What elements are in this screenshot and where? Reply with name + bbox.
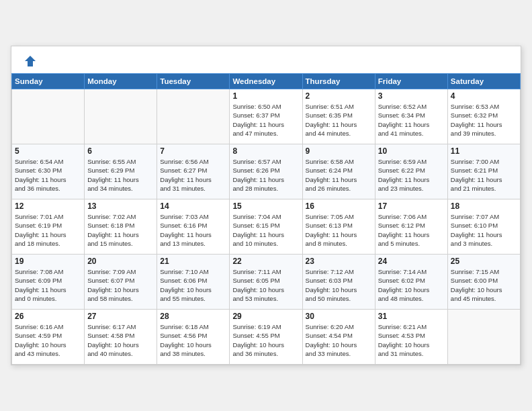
day-number: 7 (160, 146, 226, 156)
calendar-cell: 26Sunrise: 6:16 AMSunset: 4:59 PMDayligh… (12, 310, 85, 365)
weekday-header: Friday (375, 74, 447, 89)
day-info: Sunrise: 7:05 AMSunset: 6:13 PMDaylight:… (306, 212, 372, 248)
day-info: Sunrise: 6:18 AMSunset: 4:56 PMDaylight:… (160, 322, 226, 358)
calendar-cell: 23Sunrise: 7:12 AMSunset: 6:03 PMDayligh… (302, 255, 375, 310)
calendar-cell: 27Sunrise: 6:17 AMSunset: 4:58 PMDayligh… (85, 310, 157, 365)
day-info: Sunrise: 6:57 AMSunset: 6:26 PMDaylight:… (232, 157, 299, 193)
calendar: SundayMondayTuesdayWednesdayThursdayFrid… (11, 46, 521, 365)
day-info: Sunrise: 6:54 AMSunset: 6:30 PMDaylight:… (15, 157, 81, 193)
day-number: 27 (87, 312, 154, 321)
day-number: 4 (451, 91, 517, 101)
day-info: Sunrise: 6:50 AMSunset: 6:37 PMDaylight:… (232, 102, 299, 138)
calendar-week-row: 1Sunrise: 6:50 AMSunset: 6:37 PMDaylight… (12, 89, 521, 144)
day-number: 10 (378, 146, 445, 156)
weekday-header: Tuesday (157, 74, 230, 89)
day-info: Sunrise: 6:20 AMSunset: 4:54 PMDaylight:… (306, 322, 372, 358)
calendar-cell: 2Sunrise: 6:51 AMSunset: 6:35 PMDaylight… (302, 89, 375, 144)
day-number: 13 (87, 201, 154, 211)
day-number: 12 (15, 201, 81, 211)
calendar-cell: 28Sunrise: 6:18 AMSunset: 4:56 PMDayligh… (157, 310, 230, 365)
day-number: 25 (451, 257, 517, 266)
day-info: Sunrise: 7:15 AMSunset: 6:00 PMDaylight:… (451, 267, 517, 303)
day-number: 20 (87, 257, 154, 266)
calendar-cell: 13Sunrise: 7:02 AMSunset: 6:18 PMDayligh… (85, 199, 157, 255)
calendar-cell: 6Sunrise: 6:55 AMSunset: 6:29 PMDaylight… (85, 144, 157, 199)
day-info: Sunrise: 7:10 AMSunset: 6:06 PMDaylight:… (160, 267, 226, 303)
calendar-cell: 31Sunrise: 6:21 AMSunset: 4:53 PMDayligh… (375, 310, 447, 365)
day-info: Sunrise: 7:00 AMSunset: 6:21 PMDaylight:… (451, 157, 517, 193)
weekday-header-row: SundayMondayTuesdayWednesdayThursdayFrid… (12, 74, 521, 89)
day-info: Sunrise: 6:21 AMSunset: 4:53 PMDaylight:… (378, 322, 445, 358)
day-number: 29 (232, 312, 299, 321)
weekday-header: Wednesday (230, 74, 302, 89)
calendar-cell: 9Sunrise: 6:58 AMSunset: 6:24 PMDaylight… (302, 144, 375, 199)
day-number: 16 (306, 201, 372, 211)
calendar-cell: 7Sunrise: 6:56 AMSunset: 6:27 PMDaylight… (157, 144, 230, 199)
calendar-cell: 11Sunrise: 7:00 AMSunset: 6:21 PMDayligh… (447, 144, 520, 199)
calendar-week-row: 12Sunrise: 7:01 AMSunset: 6:19 PMDayligh… (12, 199, 521, 255)
calendar-cell: 10Sunrise: 6:59 AMSunset: 6:22 PMDayligh… (375, 144, 447, 199)
calendar-week-row: 26Sunrise: 6:16 AMSunset: 4:59 PMDayligh… (12, 310, 521, 365)
calendar-cell: 22Sunrise: 7:11 AMSunset: 6:05 PMDayligh… (230, 255, 302, 310)
day-info: Sunrise: 6:55 AMSunset: 6:29 PMDaylight:… (87, 157, 154, 193)
calendar-cell: 3Sunrise: 6:52 AMSunset: 6:34 PMDaylight… (375, 89, 447, 144)
calendar-week-row: 19Sunrise: 7:08 AMSunset: 6:09 PMDayligh… (12, 255, 521, 310)
calendar-cell: 16Sunrise: 7:05 AMSunset: 6:13 PMDayligh… (302, 199, 375, 255)
day-number: 24 (378, 257, 445, 266)
day-number: 17 (378, 201, 445, 211)
calendar-cell: 20Sunrise: 7:09 AMSunset: 6:07 PMDayligh… (85, 255, 157, 310)
day-info: Sunrise: 6:51 AMSunset: 6:35 PMDaylight:… (306, 102, 372, 138)
day-info: Sunrise: 7:14 AMSunset: 6:02 PMDaylight:… (378, 267, 445, 303)
calendar-week-row: 5Sunrise: 6:54 AMSunset: 6:30 PMDaylight… (12, 144, 521, 199)
calendar-cell (12, 89, 85, 144)
calendar-cell: 21Sunrise: 7:10 AMSunset: 6:06 PMDayligh… (157, 255, 230, 310)
day-info: Sunrise: 7:02 AMSunset: 6:18 PMDaylight:… (87, 212, 154, 248)
day-number: 21 (160, 257, 226, 266)
day-info: Sunrise: 7:04 AMSunset: 6:15 PMDaylight:… (232, 212, 299, 248)
day-number: 23 (306, 257, 372, 266)
calendar-cell: 1Sunrise: 6:50 AMSunset: 6:37 PMDaylight… (230, 89, 302, 144)
day-info: Sunrise: 6:59 AMSunset: 6:22 PMDaylight:… (378, 157, 445, 193)
day-number: 3 (378, 91, 445, 101)
day-number: 31 (378, 312, 445, 321)
calendar-cell: 12Sunrise: 7:01 AMSunset: 6:19 PMDayligh… (12, 199, 85, 255)
day-number: 19 (15, 257, 81, 266)
day-info: Sunrise: 7:11 AMSunset: 6:05 PMDaylight:… (232, 267, 299, 303)
calendar-cell: 8Sunrise: 6:57 AMSunset: 6:26 PMDaylight… (230, 144, 302, 199)
calendar-cell: 18Sunrise: 7:07 AMSunset: 6:10 PMDayligh… (447, 199, 520, 255)
day-info: Sunrise: 6:56 AMSunset: 6:27 PMDaylight:… (160, 157, 226, 193)
weekday-header: Thursday (302, 74, 375, 89)
calendar-cell: 24Sunrise: 7:14 AMSunset: 6:02 PMDayligh… (375, 255, 447, 310)
day-number: 2 (306, 91, 372, 101)
logo-icon (24, 54, 37, 68)
day-number: 14 (160, 201, 226, 211)
day-number: 18 (451, 201, 517, 211)
day-number: 5 (15, 146, 81, 156)
day-info: Sunrise: 7:09 AMSunset: 6:07 PMDaylight:… (87, 267, 154, 303)
day-number: 22 (232, 257, 299, 266)
day-number: 1 (232, 91, 299, 101)
calendar-cell: 5Sunrise: 6:54 AMSunset: 6:30 PMDaylight… (12, 144, 85, 199)
day-info: Sunrise: 7:03 AMSunset: 6:16 PMDaylight:… (160, 212, 226, 248)
weekday-header: Monday (85, 74, 157, 89)
day-number: 26 (15, 312, 81, 321)
day-number: 11 (451, 146, 517, 156)
logo (22, 54, 37, 68)
calendar-cell: 15Sunrise: 7:04 AMSunset: 6:15 PMDayligh… (230, 199, 302, 255)
svg-marker-0 (25, 56, 36, 66)
day-number: 9 (306, 146, 372, 156)
day-info: Sunrise: 6:52 AMSunset: 6:34 PMDaylight:… (378, 102, 445, 138)
calendar-cell: 17Sunrise: 7:06 AMSunset: 6:12 PMDayligh… (375, 199, 447, 255)
calendar-cell (447, 310, 520, 365)
day-info: Sunrise: 6:58 AMSunset: 6:24 PMDaylight:… (306, 157, 372, 193)
day-number: 6 (87, 146, 154, 156)
calendar-cell: 30Sunrise: 6:20 AMSunset: 4:54 PMDayligh… (302, 310, 375, 365)
calendar-cell (85, 89, 157, 144)
day-number: 8 (232, 146, 299, 156)
calendar-header (11, 46, 521, 73)
calendar-cell (157, 89, 230, 144)
calendar-cell: 19Sunrise: 7:08 AMSunset: 6:09 PMDayligh… (12, 255, 85, 310)
day-info: Sunrise: 6:17 AMSunset: 4:58 PMDaylight:… (87, 322, 154, 358)
day-info: Sunrise: 6:16 AMSunset: 4:59 PMDaylight:… (15, 322, 81, 358)
day-number: 30 (306, 312, 372, 321)
